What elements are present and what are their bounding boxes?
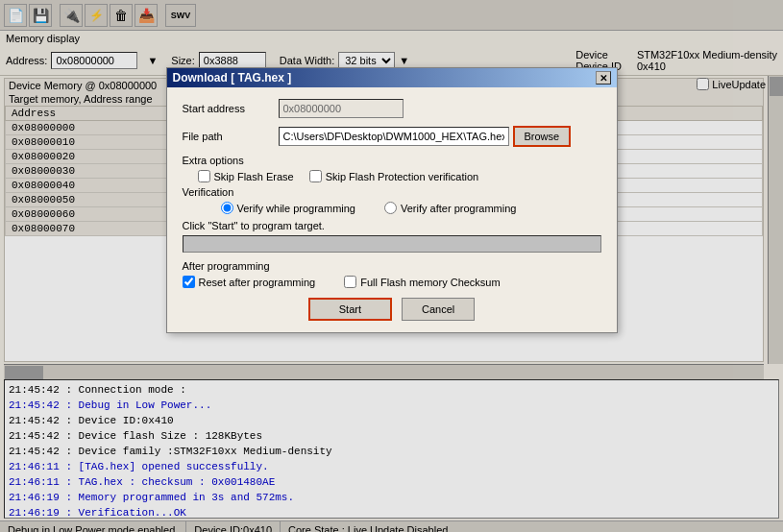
modal-title-bar: Download [ TAG.hex ] ✕ — [167, 68, 617, 87]
skip-flash-erase-label: Skip Flash Erase — [214, 171, 294, 182]
app-window: 📄 💾 🔌 ⚡ 🗑 📥 SWV Memory display Address: … — [0, 0, 783, 532]
skip-flash-erase-checkbox[interactable] — [198, 170, 210, 182]
after-programming-label: After programming — [183, 260, 270, 272]
modal-overlay: Download [ TAG.hex ] ✕ Start address Fil… — [0, 0, 783, 532]
download-modal: Download [ TAG.hex ] ✕ Start address Fil… — [166, 67, 618, 333]
verify-while-radio[interactable] — [221, 202, 233, 214]
click-start-area: Click "Start" to program target. — [183, 220, 601, 231]
reset-after-checkbox[interactable] — [183, 276, 195, 288]
skip-flash-protection-option[interactable]: Skip Flash Protection verification — [309, 170, 479, 182]
verify-while-label: Verify while programming — [237, 203, 356, 214]
after-programming-row: Reset after programming Full Flash memor… — [183, 276, 601, 288]
start-address-row: Start address — [183, 99, 601, 118]
file-path-input[interactable] — [279, 127, 509, 146]
reset-after-option[interactable]: Reset after programming — [183, 276, 316, 288]
verification-row: Verify while programming Verify after pr… — [183, 202, 601, 214]
start-button[interactable]: Start — [308, 298, 392, 321]
extra-options-row: Skip Flash Erase Skip Flash Protection v… — [183, 170, 601, 182]
full-flash-option[interactable]: Full Flash memory Checksum — [344, 276, 500, 288]
skip-flash-erase-option[interactable]: Skip Flash Erase — [198, 170, 294, 182]
cancel-button[interactable]: Cancel — [402, 298, 475, 321]
file-path-label: File path — [183, 131, 279, 142]
modal-body: Start address File path Browse Extra opt… — [167, 87, 617, 332]
extra-options-label: Extra options — [183, 155, 244, 166]
skip-flash-protection-label: Skip Flash Protection verification — [326, 171, 479, 182]
browse-button[interactable]: Browse — [513, 126, 572, 147]
progress-bar-container — [183, 235, 601, 253]
modal-buttons: Start Cancel — [183, 298, 601, 321]
skip-flash-protection-checkbox[interactable] — [309, 170, 322, 182]
start-address-input[interactable] — [279, 99, 404, 118]
modal-title: Download [ TAG.hex ] — [173, 71, 292, 85]
file-path-row: File path Browse — [183, 126, 601, 147]
full-flash-checkbox[interactable] — [344, 276, 356, 288]
verify-after-label: Verify after programming — [401, 203, 516, 214]
verify-after-radio[interactable] — [384, 202, 397, 214]
click-start-text: Click "Start" to program target. — [183, 220, 325, 231]
full-flash-label: Full Flash memory Checksum — [360, 277, 500, 288]
verify-while-option[interactable]: Verify while programming — [221, 202, 356, 214]
verification-label: Verification — [183, 186, 234, 198]
modal-close-button[interactable]: ✕ — [596, 71, 611, 85]
reset-after-label: Reset after programming — [199, 277, 316, 288]
start-address-label: Start address — [183, 103, 279, 114]
verify-after-option[interactable]: Verify after programming — [384, 202, 516, 214]
